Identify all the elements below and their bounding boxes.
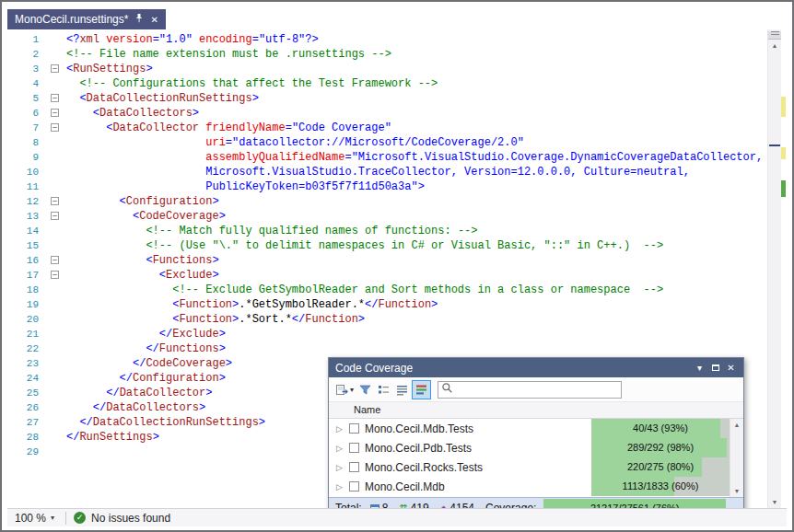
- code-line: 21 </Exclude>: [7, 327, 787, 341]
- fold-collapse-toggle[interactable]: –: [51, 212, 59, 220]
- assembly-icon: [349, 462, 359, 472]
- fold-margin: [46, 445, 66, 459]
- fold-margin: –: [46, 91, 66, 106]
- panel-scrollbar[interactable]: ▲ ▼: [730, 419, 743, 497]
- vs-editor-window: MonoCecil.runsettings* ✕ 1<?xml version=…: [0, 0, 794, 532]
- fold-margin: –: [46, 253, 66, 268]
- line-number: 29: [7, 445, 46, 459]
- fold-collapse-toggle[interactable]: –: [51, 64, 59, 73]
- fold-margin: –: [46, 268, 66, 283]
- name-column-header[interactable]: Name: [329, 402, 743, 419]
- document-tab-title: MonoCecil.runsettings*: [15, 13, 128, 26]
- fold-margin: [46, 356, 66, 371]
- code-text: </DataCollectors>: [66, 400, 205, 415]
- document-tab[interactable]: MonoCecil.runsettings* ✕: [7, 9, 166, 29]
- panel-title-bar[interactable]: Code Coverage ▾ ✕: [329, 358, 743, 377]
- code-line: 16– <Functions>: [7, 253, 787, 268]
- vertical-scrollbar[interactable]: ▲ ▼: [767, 29, 781, 508]
- fold-margin: [46, 76, 66, 91]
- window-position-icon[interactable]: ▾: [692, 358, 707, 377]
- coverage-row[interactable]: ▷ Mono.Cecil.Rocks.Tests 220/275 (80%): [329, 457, 743, 477]
- export-dropdown-icon[interactable]: ▾: [350, 386, 354, 394]
- zoom-dropdown-icon[interactable]: ▾: [51, 514, 54, 522]
- expand-arrow-icon[interactable]: ▷: [333, 444, 345, 453]
- document-health-text[interactable]: No issues found: [91, 512, 170, 525]
- fold-margin: [46, 47, 66, 62]
- coverage-item-name: Mono.Cecil.Mdb.Tests: [365, 422, 591, 435]
- maximize-icon[interactable]: [707, 358, 723, 377]
- health-check-icon: ✓: [74, 512, 86, 524]
- coverage-row[interactable]: ▷ Mono.Cecil.Mdb.Tests 40/43 (93%): [329, 419, 743, 438]
- coverage-percent-cell: 1113/1833 (60%): [591, 477, 730, 496]
- coverage-search-input[interactable]: [453, 383, 621, 397]
- expand-arrow-icon[interactable]: ▷: [333, 424, 345, 434]
- fold-margin: [46, 415, 66, 430]
- code-text: Microsoft.VisualStudio.TraceCollector, V…: [66, 165, 690, 179]
- expand-arrow-icon[interactable]: ▷: [333, 482, 345, 492]
- code-text: <!-- (Use "\." to delimit namespaces in …: [66, 238, 663, 253]
- expand-arrow-icon[interactable]: ▷: [333, 463, 345, 472]
- code-line: 22 </Functions>: [7, 341, 787, 356]
- coverage-coloring-toggle-button[interactable]: [412, 380, 431, 399]
- editor-status-bar: 100 % ▾ ✓ No issues found: [7, 508, 787, 526]
- code-text: <?xml version="1.0" encoding="utf-8"?>: [66, 32, 319, 47]
- coverage-row[interactable]: ▷ Mono.Cecil.Mdb 1113/1833 (60%): [329, 477, 743, 496]
- fold-margin: [46, 224, 66, 238]
- fold-collapse-toggle[interactable]: –: [51, 197, 59, 205]
- fold-margin: –: [46, 121, 66, 135]
- pin-icon[interactable]: [134, 13, 144, 26]
- code-text: </Configuration>: [66, 371, 226, 386]
- code-text: </Exclude>: [66, 327, 226, 341]
- code-line: 8 uri="datacollector://Microsoft/CodeCov…: [7, 135, 787, 150]
- search-icon: [441, 381, 453, 398]
- module-count-icon: [370, 504, 379, 509]
- fold-margin: –: [46, 194, 66, 209]
- fold-collapse-toggle[interactable]: –: [51, 109, 59, 117]
- fold-margin: [46, 297, 66, 312]
- show-columns-button[interactable]: [393, 380, 411, 399]
- panel-scroll-up-icon[interactable]: ▲: [730, 419, 743, 431]
- code-editor[interactable]: 1<?xml version="1.0" encoding="utf-8"?>2…: [7, 29, 787, 508]
- code-line: 1<?xml version="1.0" encoding="utf-8"?>: [7, 32, 787, 47]
- fold-collapse-toggle[interactable]: –: [51, 256, 59, 264]
- coverage-item-name: Mono.Cecil.Pdb.Tests: [365, 442, 591, 455]
- line-number: 10: [7, 165, 46, 179]
- filter-button[interactable]: [356, 380, 374, 399]
- line-number: 23: [7, 356, 46, 371]
- panel-scroll-down-icon[interactable]: ▼: [730, 485, 743, 497]
- code-line: 3–<RunSettings>: [7, 62, 787, 76]
- line-number: 16: [7, 253, 46, 268]
- panel-title: Code Coverage: [335, 362, 692, 375]
- close-icon[interactable]: ✕: [723, 358, 739, 377]
- code-coverage-panel: Code Coverage ▾ ✕ ▾: [328, 357, 744, 508]
- assembly-icon: [349, 443, 359, 453]
- export-results-button[interactable]: ▾: [333, 380, 356, 399]
- code-line: 14 <!-- Match fully qualified names of f…: [7, 224, 787, 238]
- line-number: 7: [7, 121, 46, 135]
- line-number: 22: [7, 341, 46, 356]
- fold-collapse-toggle[interactable]: –: [51, 123, 59, 132]
- scroll-down-icon[interactable]: ▼: [768, 496, 781, 508]
- tab-close-icon[interactable]: ✕: [150, 15, 158, 25]
- zoom-control[interactable]: 100 % ▾: [7, 509, 58, 526]
- fold-collapse-toggle[interactable]: –: [51, 271, 59, 279]
- group-by-button[interactable]: [375, 380, 392, 399]
- fold-collapse-toggle[interactable]: –: [51, 94, 59, 102]
- total-label: Total:: [335, 502, 362, 508]
- coverage-row[interactable]: ▷ Mono.Cecil.Pdb.Tests 289/292 (98%): [329, 438, 743, 457]
- line-number: 8: [7, 135, 46, 150]
- code-line: 10 Microsoft.VisualStudio.TraceCollector…: [7, 165, 787, 179]
- splitter-handle-icon[interactable]: [768, 31, 781, 40]
- coverage-percent-cell: 289/292 (98%): [591, 438, 730, 457]
- coverage-search-box: [438, 381, 622, 399]
- module-count: 8: [382, 502, 389, 508]
- line-number: 24: [7, 371, 46, 386]
- line-number: 11: [7, 179, 46, 194]
- panel-toolbar: ▾: [329, 377, 743, 402]
- code-line: 18 <!-- Exclude GetSymbolReader and Sort…: [7, 283, 787, 297]
- fold-margin: [46, 327, 66, 341]
- code-line: 6– <DataCollectors>: [7, 106, 787, 121]
- code-text: <CodeCoverage>: [66, 209, 226, 224]
- scroll-up-icon[interactable]: ▲: [768, 40, 781, 52]
- fold-margin: [46, 341, 66, 356]
